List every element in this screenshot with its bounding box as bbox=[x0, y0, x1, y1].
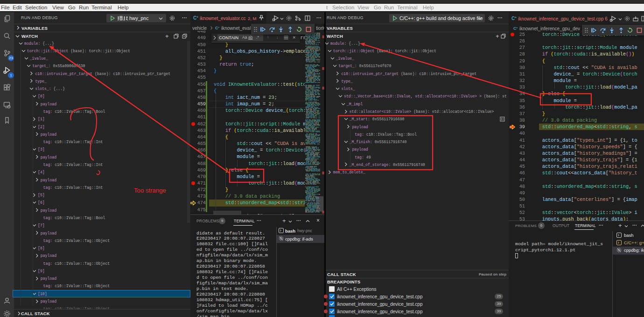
svg-text:Too strange: Too strange bbox=[134, 187, 166, 194]
